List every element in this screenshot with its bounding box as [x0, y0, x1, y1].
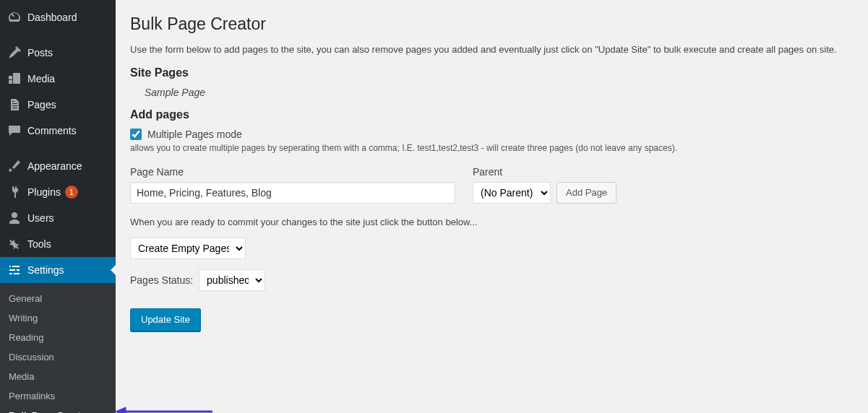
- sidebar-item-label: Comments: [27, 125, 77, 136]
- page-description: Use the form below to add pages to the s…: [130, 44, 854, 55]
- submenu-item-general[interactable]: General: [0, 289, 116, 308]
- commit-note: When you are ready to commit your change…: [130, 217, 854, 227]
- pages-status-label: Pages Status:: [130, 274, 193, 286]
- submenu-item-bulk-page-creator[interactable]: Bulk Page Creator: [0, 406, 116, 413]
- page-name-input[interactable]: [130, 182, 455, 204]
- admin-sidebar: Dashboard Posts Media Pages Comments App…: [0, 0, 116, 413]
- sidebar-item-label: Plugins: [27, 186, 61, 198]
- sidebar-item-comments[interactable]: Comments: [0, 118, 116, 144]
- settings-submenu: General Writing Reading Discussion Media…: [0, 283, 116, 413]
- submenu-item-media[interactable]: Media: [0, 367, 116, 386]
- pages-status-select[interactable]: published: [199, 269, 265, 291]
- sidebar-item-label: Media: [27, 73, 55, 84]
- brush-icon: [7, 159, 22, 173]
- pages-icon: [7, 97, 22, 112]
- add-pages-heading: Add pages: [130, 108, 854, 121]
- sidebar-item-label: Users: [27, 212, 54, 224]
- submenu-item-writing[interactable]: Writing: [0, 308, 116, 328]
- multiple-pages-mode-label: Multiple Pages mode: [147, 129, 242, 140]
- sidebar-item-label: Appearance: [27, 160, 82, 172]
- sidebar-item-posts[interactable]: Posts: [0, 40, 116, 66]
- sidebar-item-media[interactable]: Media: [0, 66, 116, 92]
- multiple-pages-mode-hint: allows you to create multiple pages by s…: [130, 143, 854, 153]
- sidebar-item-label: Dashboard: [27, 12, 77, 23]
- plug-icon: [7, 185, 22, 199]
- sidebar-item-users[interactable]: Users: [0, 205, 116, 231]
- media-icon: [7, 71, 22, 86]
- sidebar-item-label: Posts: [27, 47, 53, 58]
- sidebar-item-pages[interactable]: Pages: [0, 92, 116, 118]
- comments-icon: [7, 123, 22, 138]
- user-icon: [7, 211, 22, 225]
- sidebar-item-settings[interactable]: Settings: [0, 257, 116, 283]
- wrench-icon: [7, 237, 22, 251]
- update-site-button[interactable]: Update Site: [130, 308, 201, 331]
- template-select[interactable]: Create Empty Pages: [130, 238, 246, 259]
- multiple-pages-mode-checkbox[interactable]: [130, 129, 142, 140]
- sidebar-item-appearance[interactable]: Appearance: [0, 153, 116, 179]
- sample-page-item: Sample Page: [145, 87, 854, 98]
- parent-label: Parent: [473, 166, 616, 178]
- site-pages-heading: Site Pages: [130, 66, 854, 79]
- submenu-item-discussion[interactable]: Discussion: [0, 347, 116, 367]
- add-page-button[interactable]: Add Page: [557, 182, 616, 204]
- submenu-item-permalinks[interactable]: Permalinks: [0, 386, 116, 406]
- sidebar-item-plugins[interactable]: Plugins 1: [0, 179, 116, 205]
- sidebar-item-label: Settings: [27, 264, 64, 276]
- sidebar-item-tools[interactable]: Tools: [0, 231, 116, 257]
- parent-select[interactable]: (No Parent): [473, 182, 551, 204]
- dashboard-icon: [7, 10, 22, 25]
- main-content: Bulk Page Creator Use the form below to …: [116, 0, 868, 413]
- page-name-label: Page Name: [130, 166, 463, 178]
- update-badge: 1: [65, 186, 78, 199]
- pin-icon: [7, 45, 22, 60]
- page-title: Bulk Page Creator: [130, 14, 854, 34]
- sidebar-item-label: Pages: [27, 99, 56, 110]
- sidebar-item-dashboard[interactable]: Dashboard: [0, 4, 116, 30]
- sidebar-item-label: Tools: [27, 238, 51, 250]
- svg-marker-1: [116, 407, 126, 413]
- submenu-item-reading[interactable]: Reading: [0, 328, 116, 347]
- sliders-icon: [7, 263, 22, 277]
- annotation-arrow: [114, 406, 215, 413]
